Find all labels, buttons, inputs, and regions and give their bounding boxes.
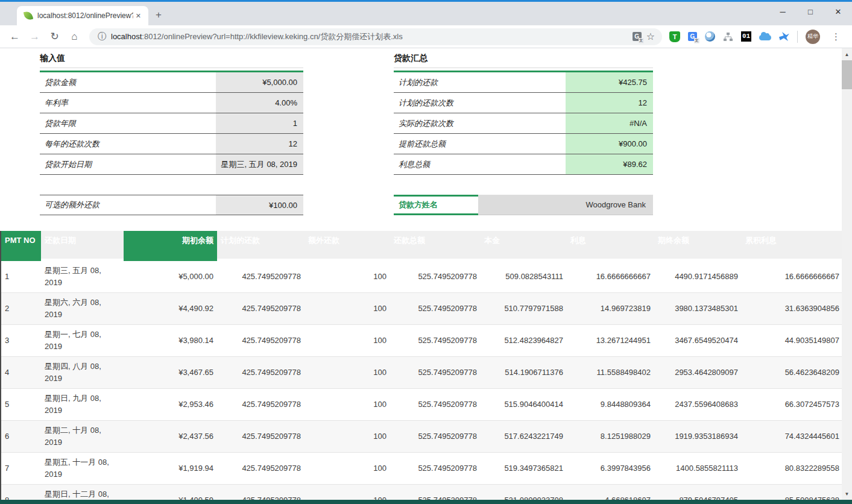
page-info-icon[interactable]: ⓘ — [98, 31, 106, 42]
browser-tab[interactable]: localhost:8012/onlinePreview? ✕ — [17, 6, 148, 25]
cell-r6-c4: 100 — [305, 427, 390, 446]
profile-avatar[interactable]: 精华 — [806, 30, 820, 44]
summary-value-2: #N/A — [566, 113, 653, 133]
summary-row-0: 计划的还款¥425.75 — [394, 72, 653, 93]
cell-r7-c9: 80.8322289558 — [742, 459, 843, 478]
summary-label-1: 计划的还款次数 — [394, 93, 566, 113]
cell-r7-c0: 7 — [1, 459, 41, 478]
table-row-3: 3星期一, 七月 08, 2019¥3,980.14425.7495209778… — [1, 325, 842, 357]
cell-r1-c9: 16.6666666667 — [742, 267, 843, 286]
cell-r3-c4: 100 — [305, 331, 390, 350]
cell-r7-c7: 6.3997843956 — [567, 459, 654, 478]
input-value-1: 4.00% — [216, 93, 303, 113]
sitemap-extension-icon[interactable] — [723, 32, 733, 42]
cell-r2-c5: 525.7495209778 — [390, 299, 481, 318]
browser-toolbar: ← → ↻ ⌂ ⓘ localhost:8012/onlinePreview?u… — [0, 25, 852, 48]
address-bar[interactable]: ⓘ localhost:8012/onlinePreview?url=http:… — [89, 28, 662, 45]
cell-r7-c6: 519.3497365821 — [481, 459, 567, 478]
summary-row-1: 计划的还款次数12 — [394, 93, 653, 113]
window-close-button[interactable]: ✕ — [824, 2, 852, 21]
lender-row: 贷款方姓名 Woodgrove Bank — [394, 195, 653, 215]
cell-r5-c1: 星期日, 九月 08, 2019 — [41, 389, 124, 420]
summary-rows: 计划的还款¥425.75计划的还款次数12实际的还款次数#N/A提前还款总额¥9… — [394, 72, 653, 175]
vertical-scrollbar[interactable]: ▲ ▼ — [842, 48, 852, 500]
cell-r5-c3: 425.7495209778 — [217, 395, 305, 414]
tab-strip: localhost:8012/onlinePreview? ✕ + ─ □ ✕ — [0, 2, 852, 25]
column-header-6: 本金 — [481, 231, 567, 261]
summary-section: 贷款汇总 计划的还款¥425.75计划的还款次数12实际的还款次数#N/A提前还… — [394, 51, 653, 215]
tampermonkey-extension-icon[interactable]: T — [669, 31, 680, 42]
scroll-down-icon[interactable]: ▼ — [842, 489, 852, 499]
column-header-9: 累积利息 — [742, 231, 843, 261]
cell-r3-c2: ¥3,980.14 — [124, 331, 217, 350]
column-header-0: PMT NO — [1, 231, 41, 261]
cell-r7-c3: 425.7495209778 — [217, 459, 305, 478]
lender-label: 贷款方姓名 — [394, 195, 478, 215]
summary-row-2: 实际的还款次数#N/A — [394, 113, 653, 134]
cell-r4-c2: ¥3,467.65 — [124, 363, 217, 382]
cell-r4-c9: 56.4623648209 — [742, 363, 843, 382]
cell-r4-c6: 514.1906711376 — [481, 363, 567, 382]
cell-r7-c2: ¥1,919.94 — [124, 459, 217, 478]
input-label-2: 贷款年限 — [40, 113, 216, 133]
reload-icon[interactable]: ↻ — [45, 30, 65, 43]
cell-r1-c8: 4490.9171456889 — [654, 267, 742, 286]
bookmark-star-icon[interactable]: ☆ — [646, 31, 655, 42]
home-icon[interactable]: ⌂ — [65, 31, 84, 43]
input-label-4: 贷款开始日期 — [40, 154, 216, 174]
cell-r7-c4: 100 — [305, 459, 390, 478]
cell-r6-c9: 74.4324445601 — [742, 427, 843, 446]
bird-extension-icon[interactable] — [779, 32, 789, 41]
url-text[interactable]: localhost:8012/onlinePreview?url=http://… — [111, 31, 628, 42]
cell-r4-c1: 星期四, 八月 08, 2019 — [41, 357, 124, 388]
input-section-title: 输入值 — [40, 51, 303, 68]
translate-page-icon[interactable]: G文 — [633, 32, 642, 41]
table-row-4: 4星期四, 八月 08, 2019¥3,467.65425.7495209778… — [1, 357, 842, 389]
back-icon[interactable]: ← — [5, 31, 25, 43]
browser-menu-icon[interactable]: ⋮ — [828, 31, 847, 42]
cell-r6-c0: 6 — [1, 427, 41, 446]
column-header-3: 计划的还款 — [217, 231, 305, 261]
column-header-5: 还款总额 — [390, 231, 481, 261]
cell-r5-c6: 515.9046400414 — [481, 395, 567, 414]
cloud-extension-icon[interactable] — [759, 35, 771, 40]
new-tab-button[interactable]: + — [156, 9, 162, 21]
input-label-1: 年利率 — [40, 93, 216, 113]
input-row-0: 贷款金额¥5,000.00 — [40, 72, 303, 93]
cell-r6-c6: 517.6243221749 — [481, 427, 567, 446]
cell-r3-c9: 44.9035149807 — [742, 331, 843, 350]
window-maximize-button[interactable]: □ — [797, 2, 824, 21]
forward-icon: → — [25, 31, 45, 43]
cell-r6-c5: 525.7495209778 — [390, 427, 481, 446]
cell-r4-c4: 100 — [305, 363, 390, 382]
table-row-6: 6星期二, 十月 08, 2019¥2,437.56425.7495209778… — [1, 421, 842, 453]
summary-row-3: 提前还款总额¥900.00 — [394, 134, 653, 154]
scroll-up-icon[interactable]: ▲ — [842, 49, 852, 59]
column-header-7: 利息 — [567, 231, 654, 261]
summary-label-3: 提前还款总额 — [394, 134, 566, 154]
badge-01-extension-icon[interactable]: 01 — [741, 31, 751, 42]
cell-r6-c8: 1919.9353186934 — [654, 427, 742, 446]
extra-payment-value: ¥100.00 — [216, 195, 303, 215]
input-row-2: 贷款年限1 — [40, 113, 303, 134]
cell-r1-c0: 1 — [1, 267, 41, 286]
cell-r1-c2: ¥5,000.00 — [124, 267, 217, 286]
extension-area: T G文 01 精华 ⋮ — [669, 30, 847, 44]
cell-r2-c7: 14.969723819 — [567, 299, 654, 318]
translate-extension-icon[interactable]: G文 — [688, 32, 697, 41]
scrollbar-thumb[interactable] — [842, 60, 852, 89]
input-row-1: 年利率4.00% — [40, 93, 303, 113]
window-minimize-button[interactable]: ─ — [769, 2, 797, 21]
input-value-0: ¥5,000.00 — [216, 72, 303, 92]
cell-r3-c7: 13.2671244951 — [567, 331, 654, 350]
tab-close-icon[interactable]: ✕ — [133, 11, 144, 21]
swirl-extension-icon[interactable] — [705, 31, 715, 42]
translate-ext-sub: 文 — [694, 38, 699, 43]
cell-r1-c3: 425.7495209778 — [217, 267, 305, 286]
cell-r6-c1: 星期二, 十月 08, 2019 — [41, 421, 124, 452]
cell-r1-c4: 100 — [305, 267, 390, 286]
table-row-2: 2星期六, 六月 08, 2019¥4,490.92425.7495209778… — [1, 293, 842, 325]
summary-label-2: 实际的还款次数 — [394, 113, 566, 133]
cell-r2-c0: 2 — [1, 299, 41, 318]
cell-r4-c5: 525.7495209778 — [390, 363, 481, 382]
